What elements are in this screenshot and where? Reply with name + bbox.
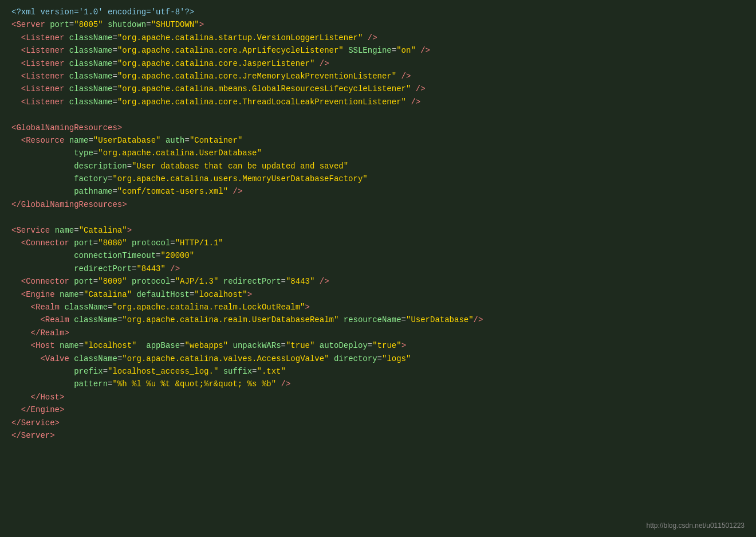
code-editor: <?xml version='1.0' encoding='utf-8'?><S… [0, 0, 756, 537]
code-text [11, 328, 31, 338]
xml-tag: </Host> [31, 393, 65, 402]
code-text: = [69, 20, 74, 29]
attr-name: port [50, 20, 69, 29]
attr-name: className [69, 84, 113, 93]
code-line: <Connector port="8009" protocol="AJP/1.3… [11, 275, 745, 288]
code-text [314, 277, 319, 286]
code-text: = [185, 136, 190, 145]
attr-value: "HTTP/1.1" [175, 238, 223, 248]
code-line: </Realm> [11, 327, 745, 339]
xml-tag: <Connector [21, 277, 69, 286]
attr-value: "org.apache.catalina.UserDatabase" [98, 148, 262, 158]
attr-name: redirectPort [223, 277, 281, 286]
attr-name: prefix [74, 367, 103, 376]
code-text: = [93, 277, 98, 286]
code-text [55, 290, 60, 299]
code-text [363, 33, 367, 42]
code-text [103, 20, 108, 29]
code-text [11, 174, 74, 183]
attr-value: "8005" [74, 20, 103, 29]
xml-tag: /> [420, 46, 430, 55]
xml-tag: /> [368, 33, 377, 42]
attr-value: "localhost" [194, 290, 247, 299]
code-text: = [112, 84, 117, 93]
code-line: <Realm className="org.apache.catalina.re… [11, 301, 745, 313]
xml-tag: </Realm> [31, 328, 69, 338]
attr-name: protocol [132, 277, 170, 286]
attr-name: type [74, 148, 93, 158]
code-text [136, 341, 146, 350]
attr-value: "%h %l %u %t &quot;%r&quot; %s %b" [112, 379, 276, 389]
code-text [11, 251, 74, 260]
code-line: <Listener className="org.apache.catalina… [11, 57, 745, 70]
xml-tag: <Server [11, 20, 45, 29]
code-text [69, 277, 74, 286]
xml-tag: /> [474, 315, 483, 324]
code-text: = [170, 277, 175, 286]
attr-name: autoDeploy [320, 341, 368, 350]
code-text [338, 315, 343, 324]
attr-name: shutdown [108, 20, 146, 29]
code-line: description="User database that can be u… [11, 160, 745, 173]
code-text [11, 59, 21, 68]
attr-name: pattern [74, 379, 108, 389]
code-text: = [252, 367, 257, 376]
attr-name: name [60, 341, 79, 350]
code-text: = [392, 46, 396, 55]
code-text: = [112, 46, 117, 55]
code-text [64, 46, 69, 55]
code-line: <Engine name="Catalina" defaultHost="loc… [11, 288, 745, 301]
code-text [276, 379, 281, 389]
code-text [69, 315, 74, 324]
attr-value: "localhost" [84, 341, 136, 350]
code-content: <?xml version='1.0' encoding='utf-8'?><S… [11, 6, 745, 442]
xml-tag: /> [233, 187, 242, 196]
attr-value: "UserDatabase" [93, 136, 161, 145]
xml-tag: </Service> [11, 418, 60, 428]
xml-tag: <Realm [31, 303, 60, 312]
xml-tag: <Listener [21, 97, 65, 107]
code-text: = [180, 341, 184, 350]
code-text [314, 59, 319, 68]
code-text [11, 367, 74, 376]
attr-name: unpackWARs [233, 341, 281, 350]
code-line: connectionTimeout="20000" [11, 249, 745, 262]
xml-tag: <Service [11, 226, 50, 235]
attr-name: appBase [146, 341, 180, 350]
code-line: <Listener className="org.apache.catalina… [11, 96, 745, 108]
code-text: = [103, 367, 108, 376]
code-line: type="org.apache.catalina.UserDatabase" [11, 147, 745, 159]
attr-value: "org.apache.catalina.core.ThreadLocalLea… [117, 97, 406, 107]
code-text [11, 187, 74, 196]
code-text [64, 33, 69, 42]
xml-tag: <Resource [21, 136, 65, 145]
code-line: prefix="localhost_access_log." suffix=".… [11, 365, 745, 378]
attr-value: "org.apache.catalina.realm.LockOutRealm" [112, 303, 305, 312]
xml-tag: /> [401, 72, 411, 81]
xml-tag: </Engine> [21, 405, 65, 414]
code-text [64, 59, 69, 68]
attr-value: "webapps" [185, 341, 229, 350]
code-text [11, 264, 74, 273]
xml-tag: <GlobalNamingResources> [11, 123, 122, 132]
code-text [11, 148, 74, 158]
watermark: http://blog.csdn.net/u011501223 [647, 520, 745, 531]
code-text [127, 238, 132, 248]
code-text: = [281, 341, 286, 350]
xml-tag: /> [416, 84, 426, 93]
xml-tag: </GlobalNamingResources> [11, 200, 127, 209]
code-text: = [401, 315, 406, 324]
code-text: = [79, 341, 84, 350]
code-text [50, 226, 54, 235]
xml-tag: <Listener [21, 59, 65, 68]
attr-value: "Container" [190, 136, 242, 145]
attr-value: "org.apache.catalina.mbeans.GlobalResour… [117, 84, 411, 93]
code-text: = [368, 341, 372, 350]
attr-value: "8443" [286, 277, 314, 286]
code-text [11, 277, 21, 286]
code-line: </Server> [11, 429, 745, 442]
code-text [11, 341, 31, 350]
code-text [11, 354, 40, 363]
attr-name: redirectPort [74, 264, 132, 273]
xml-tag: <Valve [40, 354, 69, 363]
